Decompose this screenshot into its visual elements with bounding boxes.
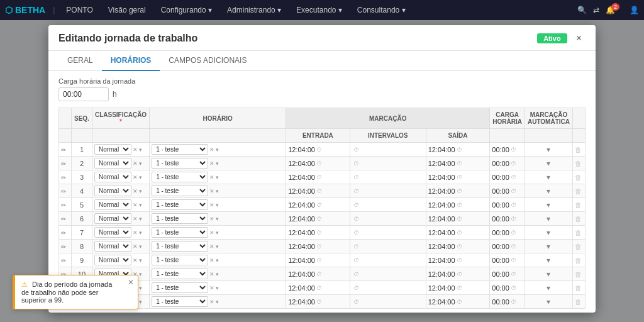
- marcacao-auto-chevron[interactable]: ▾: [547, 145, 550, 154]
- row-delete[interactable]: 🗑: [573, 281, 586, 295]
- classificacao-select[interactable]: Normal: [94, 255, 131, 265]
- horario-arrow[interactable]: ▾: [216, 230, 219, 236]
- horario-select[interactable]: 1 - teste: [152, 186, 208, 196]
- row-edit-icon[interactable]: ✏: [59, 198, 72, 212]
- classificacao-arrow[interactable]: ▾: [139, 174, 142, 180]
- classificacao-clear[interactable]: ✕: [133, 202, 138, 208]
- classificacao-arrow[interactable]: ▾: [139, 230, 142, 236]
- classificacao-arrow[interactable]: ▾: [139, 202, 142, 208]
- horario-arrow[interactable]: ▾: [216, 243, 219, 250]
- horario-select[interactable]: 1 - teste: [152, 144, 208, 155]
- horario-arrow[interactable]: ▾: [216, 285, 219, 291]
- classificacao-arrow[interactable]: ▾: [139, 243, 142, 250]
- row-delete[interactable]: 🗑: [573, 170, 586, 184]
- delete-icon[interactable]: 🗑: [575, 146, 582, 153]
- toast-close-button[interactable]: ✕: [128, 278, 134, 287]
- horario-select[interactable]: 1 - teste: [152, 241, 208, 252]
- classificacao-clear[interactable]: ✕: [133, 243, 138, 250]
- marcacao-auto-chevron[interactable]: ▾: [547, 228, 550, 237]
- marcacao-auto-chevron[interactable]: ▾: [547, 201, 550, 209]
- classificacao-select[interactable]: Normal: [94, 241, 131, 252]
- horario-clear[interactable]: ✕: [209, 174, 214, 180]
- classificacao-arrow[interactable]: ▾: [139, 188, 142, 194]
- row-delete[interactable]: 🗑: [573, 267, 586, 281]
- classificacao-arrow[interactable]: ▾: [139, 216, 142, 222]
- horario-clear[interactable]: ✕: [209, 216, 214, 222]
- tab-horarios[interactable]: HORÁRIOS: [102, 51, 160, 71]
- row-edit-icon[interactable]: ✏: [59, 143, 72, 157]
- tab-campos-adicionais[interactable]: CAMPOS ADICIONAIS: [160, 51, 255, 71]
- classificacao-arrow[interactable]: ▾: [139, 147, 142, 153]
- row-edit-icon[interactable]: ✏: [59, 157, 72, 170]
- delete-icon[interactable]: 🗑: [575, 174, 582, 181]
- row-delete[interactable]: 🗑: [573, 226, 586, 240]
- marcacao-auto-chevron[interactable]: ▾: [547, 242, 550, 251]
- nav-consultando[interactable]: Consultando: [353, 6, 409, 14]
- classificacao-select[interactable]: Normal: [94, 186, 131, 196]
- horario-clear[interactable]: ✕: [209, 285, 214, 291]
- horario-clear[interactable]: ✕: [209, 202, 214, 208]
- horario-clear[interactable]: ✕: [209, 271, 214, 277]
- tab-geral[interactable]: GERAL: [58, 51, 102, 71]
- row-delete[interactable]: 🗑: [573, 295, 586, 309]
- horario-arrow[interactable]: ▾: [216, 299, 219, 305]
- horario-clear[interactable]: ✕: [209, 257, 214, 264]
- delete-icon[interactable]: 🗑: [575, 229, 582, 236]
- horario-arrow[interactable]: ▾: [216, 174, 219, 180]
- classificacao-select[interactable]: Normal: [94, 213, 131, 224]
- row-edit-icon[interactable]: ✏: [59, 226, 72, 240]
- horario-clear[interactable]: ✕: [209, 230, 214, 236]
- nav-administrando[interactable]: Administrando: [223, 6, 285, 14]
- horario-arrow[interactable]: ▾: [216, 147, 219, 153]
- marcacao-auto-chevron[interactable]: ▾: [547, 256, 550, 265]
- marcacao-auto-chevron[interactable]: ▾: [547, 173, 550, 182]
- horario-clear[interactable]: ✕: [209, 160, 214, 167]
- horario-select[interactable]: 1 - teste: [152, 227, 208, 238]
- delete-icon[interactable]: 🗑: [575, 257, 582, 264]
- horario-select[interactable]: 1 - teste: [152, 255, 208, 265]
- row-delete[interactable]: 🗑: [573, 143, 586, 157]
- row-delete[interactable]: 🗑: [573, 253, 586, 267]
- delete-icon[interactable]: 🗑: [575, 298, 582, 306]
- horario-select[interactable]: 1 - teste: [152, 213, 208, 224]
- classificacao-select[interactable]: Normal: [94, 144, 131, 155]
- classificacao-clear[interactable]: ✕: [133, 160, 138, 167]
- horario-arrow[interactable]: ▾: [216, 271, 219, 277]
- delete-icon[interactable]: 🗑: [575, 243, 582, 250]
- marcacao-auto-chevron[interactable]: ▾: [547, 187, 550, 196]
- share-icon[interactable]: ⇄: [593, 6, 599, 14]
- row-delete[interactable]: 🗑: [573, 157, 586, 170]
- horario-select[interactable]: 1 - teste: [152, 172, 208, 182]
- row-edit-icon[interactable]: ✏: [59, 240, 72, 253]
- horario-select[interactable]: 1 - teste: [152, 282, 208, 293]
- carga-input[interactable]: [58, 87, 109, 101]
- row-edit-icon[interactable]: ✏: [59, 212, 72, 226]
- classificacao-select[interactable]: Normal: [94, 158, 131, 169]
- horario-clear[interactable]: ✕: [209, 188, 214, 194]
- notifications-icon[interactable]: 🔔2: [606, 6, 623, 14]
- user-icon[interactable]: 👤: [630, 6, 639, 14]
- row-edit-icon[interactable]: ✏: [59, 170, 72, 184]
- horario-select[interactable]: 1 - teste: [152, 199, 208, 210]
- row-edit-icon[interactable]: ✏: [59, 253, 72, 267]
- classificacao-clear[interactable]: ✕: [133, 230, 138, 236]
- horario-clear[interactable]: ✕: [209, 243, 214, 250]
- delete-icon[interactable]: 🗑: [575, 201, 582, 209]
- classificacao-clear[interactable]: ✕: [133, 174, 138, 180]
- horario-arrow[interactable]: ▾: [216, 216, 219, 222]
- delete-icon[interactable]: 🗑: [575, 215, 582, 223]
- row-delete[interactable]: 🗑: [573, 240, 586, 253]
- nav-executando[interactable]: Executando: [292, 6, 346, 14]
- row-edit-icon[interactable]: ✏: [59, 184, 72, 198]
- close-button[interactable]: ×: [572, 31, 586, 45]
- horario-arrow[interactable]: ▾: [216, 188, 219, 194]
- classificacao-arrow[interactable]: ▾: [139, 257, 142, 264]
- horario-select[interactable]: 1 - teste: [152, 296, 208, 307]
- horario-arrow[interactable]: ▾: [216, 202, 219, 208]
- classificacao-clear[interactable]: ✕: [133, 147, 138, 153]
- marcacao-auto-chevron[interactable]: ▾: [547, 159, 550, 168]
- horario-arrow[interactable]: ▾: [216, 160, 219, 167]
- marcacao-auto-chevron[interactable]: ▾: [547, 214, 550, 223]
- nav-visao-geral[interactable]: Visão geral: [104, 6, 150, 14]
- marcacao-auto-chevron[interactable]: ▾: [547, 270, 550, 279]
